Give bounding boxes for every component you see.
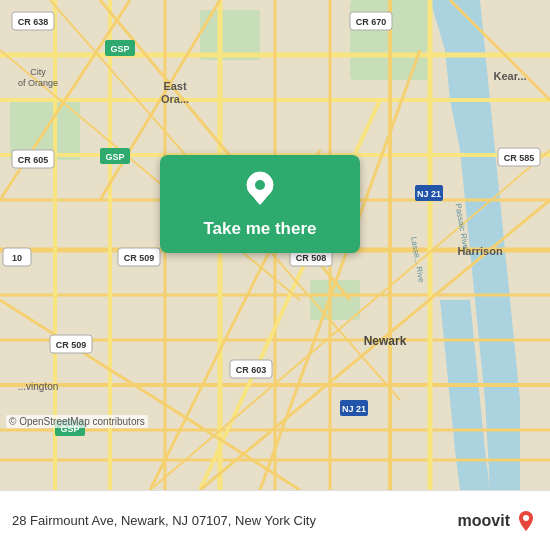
svg-text:CR 638: CR 638 [18,17,49,27]
svg-point-74 [255,180,265,190]
svg-text:CR 605: CR 605 [18,155,49,165]
svg-text:CR 509: CR 509 [124,253,155,263]
map-container: CR 638 GSP CR 670 CR 605 GSP CR 509 CR 5… [0,0,550,490]
moovit-text: moovit [458,512,510,530]
svg-text:CR 508: CR 508 [296,253,327,263]
moovit-icon [514,509,538,533]
osm-attribution: © OpenStreetMap contributors [6,415,148,428]
info-bar: 28 Fairmount Ave, Newark, NJ 07107, New … [0,490,550,550]
svg-text:of Orange: of Orange [18,78,58,88]
svg-text:Ora...: Ora... [161,93,189,105]
svg-text:East: East [163,80,187,92]
svg-text:GSP: GSP [110,44,129,54]
svg-text:...vington: ...vington [18,381,59,392]
svg-point-75 [523,515,529,521]
svg-text:Newark: Newark [364,334,407,348]
svg-text:NJ 21: NJ 21 [417,189,441,199]
address-text: 28 Fairmount Ave, Newark, NJ 07107, New … [12,513,458,528]
take-me-there-button[interactable]: Take me there [160,155,360,253]
svg-text:CR 670: CR 670 [356,17,387,27]
moovit-logo: moovit [458,509,538,533]
svg-text:10: 10 [12,253,22,263]
location-pin-icon [244,171,276,211]
svg-text:Kear...: Kear... [493,70,526,82]
take-me-there-label: Take me there [203,219,316,239]
svg-text:NJ 21: NJ 21 [342,404,366,414]
svg-text:CR 603: CR 603 [236,365,267,375]
svg-text:CR 585: CR 585 [504,153,535,163]
svg-text:GSP: GSP [105,152,124,162]
svg-text:CR 509: CR 509 [56,340,87,350]
svg-text:City: City [30,67,46,77]
